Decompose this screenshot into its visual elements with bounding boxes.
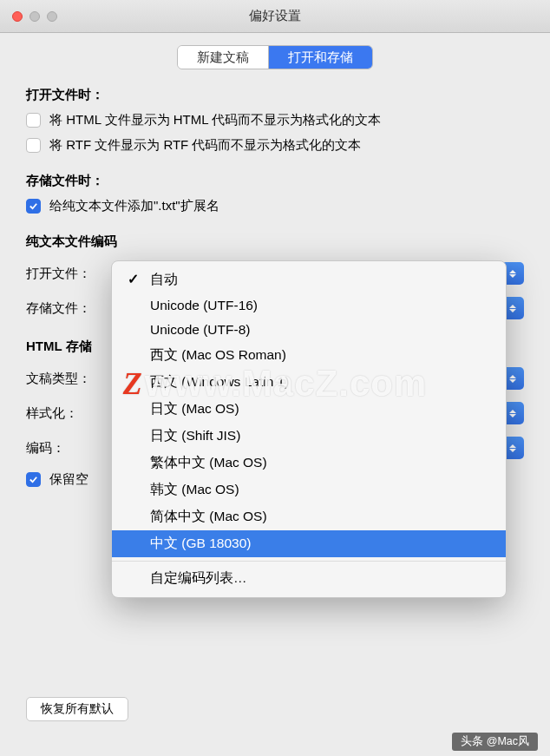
dropdown-item-jp-macos[interactable]: 日文 (Mac OS) xyxy=(112,396,506,423)
style-label: 样式化： xyxy=(26,405,83,422)
minimize-window-button[interactable] xyxy=(29,11,40,22)
dropdown-item-jp-shiftjis[interactable]: 日文 (Shift JIS) xyxy=(112,423,506,450)
footer-attribution: 头条 @Mac风 xyxy=(452,733,538,751)
dropdown-item-utf8[interactable]: Unicode (UTF-8) xyxy=(112,318,506,342)
encoding-label: 编码： xyxy=(26,440,83,457)
html-code-label: 将 HTML 文件显示为 HTML 代码而不显示为格式化的文本 xyxy=(49,112,381,128)
checkmark-icon xyxy=(29,201,38,211)
save-file-heading: 存储文件时： xyxy=(26,173,524,189)
zoom-window-button[interactable] xyxy=(47,11,57,22)
open-file-encoding-label: 打开文件： xyxy=(26,266,101,282)
tab-new-document[interactable]: 新建文稿 xyxy=(178,46,268,69)
dropdown-item-winlatin1[interactable]: 西文 (Windows Latin 1) xyxy=(112,369,506,396)
encoding-dropdown-menu: ✓ 自动 Unicode (UTF-16) Unicode (UTF-8) 西文… xyxy=(111,260,507,598)
window-title: 偏好设置 xyxy=(249,8,301,24)
dropdown-divider xyxy=(112,561,506,562)
tab-segmented-control: 新建文稿 打开和存储 xyxy=(177,45,373,69)
html-code-checkbox-row[interactable]: 将 HTML 文件显示为 HTML 代码而不显示为格式化的文本 xyxy=(26,112,524,128)
rtf-code-checkbox-row[interactable]: 将 RTF 文件显示为 RTF 代码而不显示为格式化的文本 xyxy=(26,137,524,154)
dropdown-item-tc-macos[interactable]: 繁体中文 (Mac OS) xyxy=(112,450,506,477)
dropdown-item-utf16[interactable]: Unicode (UTF-16) xyxy=(112,293,506,318)
preserve-blank-label: 保留空 xyxy=(49,471,88,488)
txt-ext-checkbox[interactable] xyxy=(26,199,41,214)
window-controls xyxy=(12,11,57,22)
restore-defaults-button[interactable]: 恢复所有默认 xyxy=(26,697,128,721)
save-file-encoding-label: 存储文件： xyxy=(26,300,101,317)
tab-bar: 新建文稿 打开和存储 xyxy=(0,33,550,82)
rtf-code-label: 将 RTF 文件显示为 RTF 代码而不显示为格式化的文本 xyxy=(49,137,361,154)
open-file-heading: 打开文件时： xyxy=(26,87,524,103)
footer-text: 头条 @Mac风 xyxy=(461,734,529,749)
dropdown-item-macroman[interactable]: 西文 (Mac OS Roman) xyxy=(112,342,506,369)
checkmark-icon xyxy=(29,475,38,484)
txt-ext-label: 给纯文本文件添加".txt"扩展名 xyxy=(49,198,219,214)
dropdown-item-label: 自动 xyxy=(150,272,178,286)
plain-text-encoding-heading: 纯文本文件编码 xyxy=(26,233,524,250)
close-window-button[interactable] xyxy=(12,11,23,22)
dropdown-item-custom[interactable]: 自定编码列表… xyxy=(112,565,506,592)
dropdown-item-auto[interactable]: ✓ 自动 xyxy=(112,266,506,293)
html-code-checkbox[interactable] xyxy=(26,113,41,128)
rtf-code-checkbox[interactable] xyxy=(26,138,41,153)
tab-open-and-save[interactable]: 打开和存储 xyxy=(268,46,372,69)
dropdown-item-kr-macos[interactable]: 韩文 (Mac OS) xyxy=(112,477,506,503)
title-bar: 偏好设置 xyxy=(0,0,550,33)
preserve-blank-checkbox[interactable] xyxy=(26,472,41,487)
txt-ext-checkbox-row[interactable]: 给纯文本文件添加".txt"扩展名 xyxy=(26,198,524,214)
dropdown-item-sc-macos[interactable]: 简体中文 (Mac OS) xyxy=(112,503,506,530)
dropdown-item-gb18030[interactable]: 中文 (GB 18030) xyxy=(112,530,506,557)
doc-type-label: 文稿类型： xyxy=(26,371,101,387)
checkmark-icon: ✓ xyxy=(128,271,139,287)
